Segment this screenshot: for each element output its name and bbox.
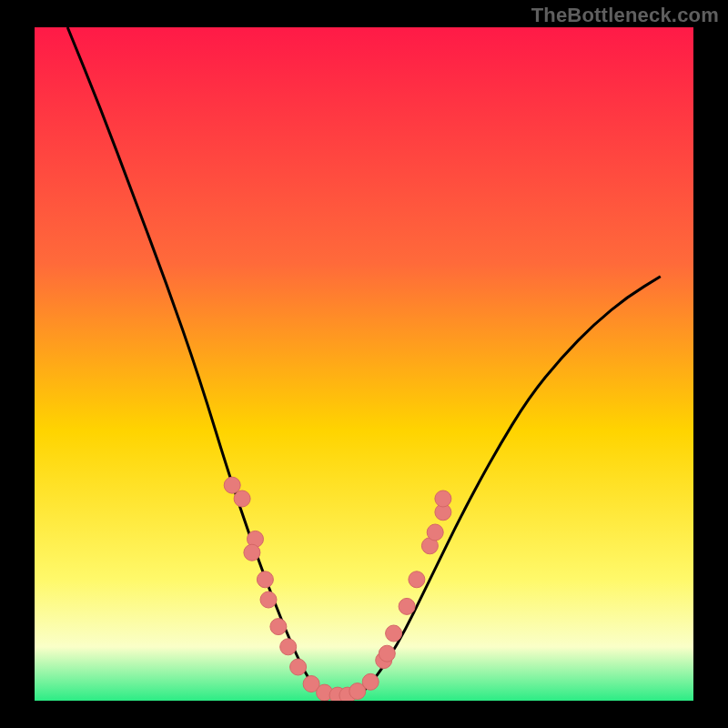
sample-dot xyxy=(386,625,402,642)
sample-dot xyxy=(290,659,307,675)
sample-dot xyxy=(257,571,273,588)
attribution-label: TheBottleneck.com xyxy=(531,4,719,27)
sample-dot xyxy=(409,571,425,588)
sample-dot xyxy=(362,673,379,690)
sample-dot xyxy=(224,477,240,493)
sample-dot xyxy=(270,619,287,635)
left-border xyxy=(0,0,35,728)
sample-dot xyxy=(427,524,443,541)
sample-dot xyxy=(260,592,277,608)
sample-dot xyxy=(244,544,260,561)
sample-dot xyxy=(435,490,451,507)
right-border xyxy=(693,0,728,728)
chart-stage: TheBottleneck.com xyxy=(0,0,728,728)
sample-dot xyxy=(379,645,395,662)
sample-dot xyxy=(234,490,250,507)
sample-dot xyxy=(280,639,297,655)
gradient-background xyxy=(35,27,693,701)
bottleneck-chart xyxy=(0,0,728,728)
sample-dot xyxy=(399,598,415,614)
bottom-border xyxy=(0,701,728,728)
